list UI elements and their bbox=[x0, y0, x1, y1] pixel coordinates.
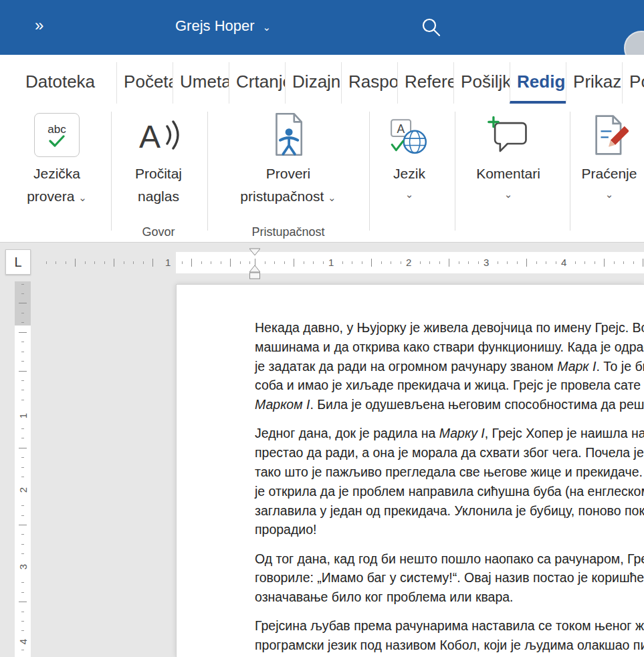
tab-datoteka[interactable]: Datoteka bbox=[23, 62, 98, 104]
tab-pomoc[interactable]: Pomoć bbox=[622, 62, 644, 104]
text-run: , Грејс Хопер је наишла на проб bbox=[485, 426, 644, 440]
spelling-check-button[interactable]: abc Jezička provera ⌄ bbox=[12, 108, 102, 209]
text-line[interactable]: програмски језик под називом Кобол, који… bbox=[255, 636, 644, 655]
text-run: прорадио! bbox=[255, 522, 316, 537]
svg-text:A: A bbox=[397, 122, 405, 136]
tab-raspored[interactable]: Raspored bbox=[341, 62, 397, 104]
language-label: Jezik ⌄ bbox=[393, 162, 425, 201]
text-run: је задатак да ради на огромном рачунару … bbox=[255, 359, 557, 374]
text-line[interactable]: је открила да је проблем направила сићуш… bbox=[255, 482, 644, 501]
text-run: . То је био рач bbox=[596, 359, 644, 374]
comments-icon bbox=[487, 108, 530, 157]
search-icon[interactable] bbox=[420, 16, 443, 39]
quick-access-overflow-button[interactable]: » bbox=[35, 16, 45, 35]
group-label-accessibility: Pristupačnost bbox=[251, 225, 324, 239]
group-label-speech: Govor bbox=[142, 225, 175, 239]
comments-label: Komentari ⌄ bbox=[476, 162, 540, 201]
language-button[interactable]: A Jezik ⌄ bbox=[374, 108, 444, 201]
text-line[interactable]: Марком I. Била је одушевљена његовим спо… bbox=[255, 395, 644, 414]
text-run: Једног дана, док је радила на bbox=[255, 426, 439, 440]
read-aloud-icon: A bbox=[136, 108, 181, 157]
indent-marker[interactable] bbox=[249, 248, 260, 283]
svg-text:A: A bbox=[139, 119, 160, 154]
tracking-button[interactable]: Praćenje ⌄ bbox=[574, 108, 644, 201]
read-aloud-label: Pročitaj naglas bbox=[135, 162, 182, 208]
check-accessibility-label: Proveri pristupačnost ⌄ bbox=[240, 162, 336, 209]
text-line[interactable]: је задатак да ради на огромном рачунару … bbox=[255, 357, 644, 376]
paragraph-4: Грејсина љубав према рачунарима наставил… bbox=[255, 616, 644, 657]
comments-button[interactable]: Komentari ⌄ bbox=[464, 108, 552, 201]
text-run-italic: Марк I bbox=[557, 359, 596, 374]
text-run: машинама и да открива како ствари функци… bbox=[255, 340, 644, 354]
chevron-down-icon: ⌄ bbox=[78, 192, 87, 203]
ruler-number: 1 bbox=[16, 409, 29, 422]
document-title-button[interactable]: Grejs Hoper ⌄ bbox=[175, 17, 271, 35]
text-run: програмски језик под називом Кобол, који… bbox=[255, 638, 644, 652]
tab-dizajn[interactable]: Dizajn bbox=[285, 62, 341, 104]
paragraph-3: Од тог дана, кад год би нешто пошло наоп… bbox=[255, 549, 644, 607]
text-line[interactable]: говориле: „Имамо баг у систему!“. Овај н… bbox=[255, 568, 644, 587]
tab-reference[interactable]: Reference bbox=[397, 62, 453, 104]
text-line[interactable]: Некада давно, у Њујорку је живела девојч… bbox=[255, 318, 644, 338]
check-accessibility-button[interactable]: Proveri pristupačnost ⌄ bbox=[217, 108, 359, 209]
chevron-down-icon: ⌄ bbox=[328, 192, 336, 203]
group-divider bbox=[111, 112, 112, 231]
text-run: је открила да је проблем направила сићуш… bbox=[255, 484, 644, 499]
chevron-down-icon: ⌄ bbox=[405, 188, 414, 200]
read-aloud-button[interactable]: A Pročitaj naglas bbox=[115, 108, 202, 208]
horizontal-ruler[interactable]: 1 1 2 3 4 bbox=[0, 252, 644, 273]
tab-posiljke[interactable]: Pošiljke bbox=[453, 62, 510, 104]
tab-crtanje[interactable]: Crtanje bbox=[229, 62, 285, 104]
language-icon: A bbox=[389, 108, 430, 157]
chevron-down-icon: ⌄ bbox=[605, 188, 614, 200]
spelling-check-label: Jezička provera ⌄ bbox=[27, 162, 87, 209]
ruler-number: 2 bbox=[403, 256, 414, 269]
text-line[interactable]: машинама и да открива како ствари функци… bbox=[255, 338, 644, 357]
text-line[interactable]: заглавила у један од прекидача. Уклонила… bbox=[255, 501, 644, 521]
document-page[interactable]: Некада давно, у Њујорку је живела девојч… bbox=[176, 284, 644, 657]
paragraph-1: Некада давно, у Њујорку је живела девојч… bbox=[255, 318, 644, 414]
ruler-number: 1 bbox=[326, 256, 336, 269]
text-line[interactable]: Од тог дана, кад год би нешто пошло наоп… bbox=[255, 549, 644, 569]
group-divider bbox=[570, 112, 570, 231]
tab-umetanje[interactable]: Umetanje bbox=[173, 62, 229, 104]
document-workspace: L 1 1 2 3 4 1 2 3 4 Некада давно, у Њујо… bbox=[0, 243, 644, 657]
group-divider bbox=[207, 112, 208, 231]
tracking-icon bbox=[590, 108, 629, 157]
spelling-check-icon: abc bbox=[34, 108, 80, 157]
ruler-ticks bbox=[37, 252, 644, 273]
text-run-italic: Марком I bbox=[255, 397, 310, 412]
text-run: говориле: „Имамо баг у систему!“. Овај н… bbox=[255, 570, 644, 585]
ruler-ticks bbox=[15, 281, 31, 657]
ruler-number: 4 bbox=[16, 635, 29, 648]
text-line[interactable]: соба и имао је хиљаде прекидача и жица. … bbox=[255, 376, 644, 395]
group-divider bbox=[369, 112, 370, 231]
document-title: Grejs Hoper bbox=[175, 17, 255, 35]
text-line[interactable]: означавање било ког проблема или квара. bbox=[255, 587, 644, 607]
ruler-number: 3 bbox=[481, 256, 492, 269]
ribbon-review: abc Jezička provera ⌄ A Pročitaj naglas bbox=[0, 104, 644, 243]
ruler-number: 2 bbox=[16, 483, 29, 497]
text-line[interactable]: тако што је пажљиво прегледала све његов… bbox=[255, 463, 644, 482]
text-run: Грејсина љубав према рачунарима наставил… bbox=[255, 618, 644, 633]
ruler-number: 1 bbox=[163, 256, 173, 269]
ruler-number: 4 bbox=[558, 256, 569, 269]
text-line[interactable]: престао да ради, а она је морала да схва… bbox=[255, 443, 644, 463]
title-bar: » Grejs Hoper ⌄ bbox=[0, 0, 644, 55]
chevron-down-icon: ⌄ bbox=[263, 21, 272, 33]
text-run: заглавила у један од прекидача. Уклонила… bbox=[255, 503, 644, 518]
chevron-down-icon: ⌄ bbox=[504, 188, 513, 200]
text-line[interactable]: Једног дана, док је радила на Марку I, Г… bbox=[255, 424, 644, 443]
document-text: Некада давно, у Њујорку је живела девојч… bbox=[177, 285, 644, 657]
check-icon bbox=[48, 135, 66, 147]
vertical-ruler[interactable]: 1 2 3 4 bbox=[15, 281, 31, 657]
text-line[interactable]: Грејсина љубав према рачунарима наставил… bbox=[255, 616, 644, 636]
ribbon-tabs: Datoteka Početak Umetanje Crtanje Dizajn… bbox=[0, 55, 644, 104]
text-run: Некада давно, у Њујорку је живела девојч… bbox=[255, 320, 644, 335]
text-line[interactable]: прорадио! bbox=[255, 520, 644, 539]
tab-pocetak[interactable]: Početak bbox=[116, 62, 173, 104]
tab-redigovanje[interactable]: Redigovanje bbox=[510, 62, 566, 104]
text-run-italic: Марку I bbox=[439, 426, 485, 440]
tab-prikaz[interactable]: Prikaz bbox=[566, 62, 622, 104]
text-run: престао да ради, а она је морала да схва… bbox=[255, 445, 644, 460]
